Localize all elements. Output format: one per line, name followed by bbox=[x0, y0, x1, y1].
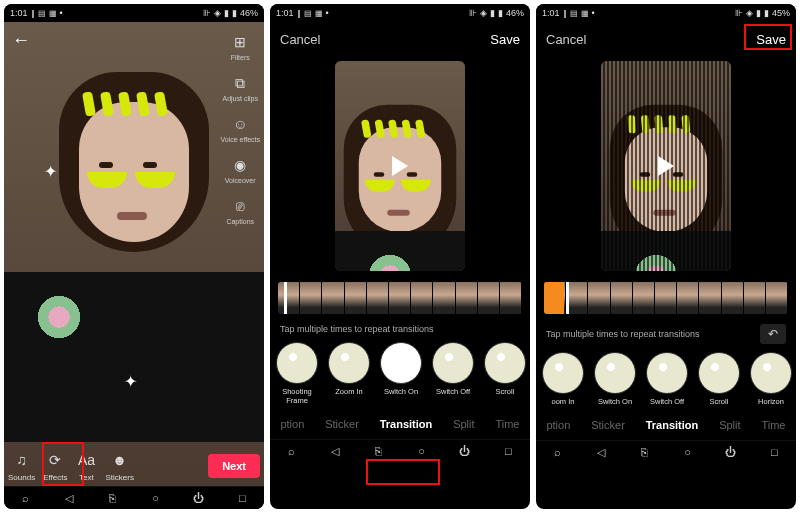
transition-hint: Tap multiple times to repeat transitions bbox=[280, 324, 434, 334]
text-icon: Aa bbox=[75, 449, 97, 471]
cancel-button[interactable]: Cancel bbox=[280, 32, 320, 47]
adjust-clips-icon: ⧉ bbox=[230, 73, 250, 93]
tab-caption[interactable]: ption bbox=[276, 416, 308, 432]
effect-switch-off[interactable]: Switch Off bbox=[644, 352, 690, 406]
vibrate-icon: ⊪ bbox=[469, 8, 477, 18]
system-nav: ⌕ ◁ ⎘ ○ ⏻ □ bbox=[4, 486, 264, 509]
nav-recent[interactable]: ⎘ bbox=[635, 443, 653, 461]
transition-hint: Tap multiple times to repeat transitions bbox=[546, 329, 700, 339]
effects-icon: ⟳ bbox=[44, 449, 66, 471]
voice-effects-button[interactable]: ☺Voice effects bbox=[220, 114, 260, 143]
effects-row[interactable]: Shooting Frame Zoom In Switch On Switch … bbox=[270, 338, 530, 407]
editor-header: Cancel Save bbox=[536, 22, 796, 56]
nav-home[interactable]: ○ bbox=[679, 443, 697, 461]
nav-back[interactable]: ◁ bbox=[326, 442, 344, 460]
effects-button[interactable]: ⟳Effects bbox=[43, 449, 67, 482]
tabs-row: ption Sticker Transition Split Time bbox=[536, 410, 796, 440]
cancel-button[interactable]: Cancel bbox=[546, 32, 586, 47]
signal-icon: ▤ bbox=[38, 9, 46, 18]
captions-button[interactable]: ⎚Captions bbox=[220, 196, 260, 225]
nav-overview[interactable]: □ bbox=[233, 489, 251, 507]
effect-switch-off[interactable]: Switch Off bbox=[430, 342, 476, 396]
voiceover-icon: ◉ bbox=[230, 155, 250, 175]
effect-zoom-in[interactable]: oom In bbox=[540, 352, 586, 406]
preview-area[interactable] bbox=[270, 56, 530, 276]
adjust-clips-button[interactable]: ⧉Adjust clips bbox=[220, 73, 260, 102]
hint-row: Tap multiple times to repeat transitions… bbox=[536, 320, 796, 348]
timeline[interactable] bbox=[278, 282, 522, 314]
nav-search[interactable]: ⌕ bbox=[549, 443, 567, 461]
wifi-icon: ◈ bbox=[480, 8, 487, 18]
nav-back[interactable]: ◁ bbox=[60, 489, 78, 507]
timeline-thumbs bbox=[278, 282, 522, 314]
nav-power[interactable]: ⏻ bbox=[190, 489, 208, 507]
right-toolbar: ⊞Filters ⧉Adjust clips ☺Voice effects ◉V… bbox=[220, 32, 260, 225]
save-button[interactable]: Save bbox=[490, 32, 520, 47]
tab-caption[interactable]: ption bbox=[542, 417, 574, 433]
filters-button[interactable]: ⊞Filters bbox=[220, 32, 260, 61]
timeline-cursor[interactable] bbox=[284, 282, 287, 314]
tab-transition[interactable]: Transition bbox=[376, 416, 437, 432]
status-time: 1:01 bbox=[10, 8, 28, 18]
signal-icon: ▤ bbox=[304, 9, 312, 18]
next-button[interactable]: Next bbox=[208, 454, 260, 478]
nav-search[interactable]: ⌕ bbox=[283, 442, 301, 460]
nav-back[interactable]: ◁ bbox=[592, 443, 610, 461]
tab-split[interactable]: Split bbox=[449, 416, 478, 432]
pause-icon: ‖ bbox=[31, 9, 35, 18]
text-button[interactable]: AaText bbox=[75, 449, 97, 482]
tabs-row: ption Sticker Transition Split Time bbox=[270, 409, 530, 439]
nav-home[interactable]: ○ bbox=[413, 442, 431, 460]
effect-scroll[interactable]: Scroll bbox=[696, 352, 742, 406]
wifi-icon: ◈ bbox=[746, 8, 753, 18]
nav-recent[interactable]: ⎘ bbox=[103, 489, 121, 507]
nav-recent[interactable]: ⎘ bbox=[369, 442, 387, 460]
tab-sticker[interactable]: Sticker bbox=[321, 416, 363, 432]
battery-icon: ▮ bbox=[232, 8, 237, 18]
signal-icon: ▤ bbox=[570, 9, 578, 18]
effect-switch-on[interactable]: Switch On bbox=[378, 342, 424, 396]
screen-transition-applied: 1:01 ‖ ▤ ▦ • ⊪ ◈ ▮ ▮ 45% Cancel Save bbox=[536, 4, 796, 509]
tab-transition[interactable]: Transition bbox=[642, 417, 703, 433]
back-button[interactable]: ← bbox=[12, 30, 30, 51]
timeline[interactable] bbox=[544, 282, 788, 314]
voice-effects-icon: ☺ bbox=[230, 114, 250, 134]
status-time: 1:01 bbox=[276, 8, 294, 18]
image-icon: ▦ bbox=[581, 9, 589, 18]
effect-zoom-in[interactable]: Zoom In bbox=[326, 342, 372, 396]
effect-switch-on[interactable]: Switch On bbox=[592, 352, 638, 406]
vibrate-icon: ⊪ bbox=[203, 8, 211, 18]
effects-row[interactable]: oom In Switch On Switch Off Scroll Horiz… bbox=[536, 348, 796, 408]
save-button[interactable]: Save bbox=[756, 32, 786, 47]
timeline-applied-region bbox=[544, 282, 564, 314]
tab-split[interactable]: Split bbox=[715, 417, 744, 433]
effect-horizon[interactable]: Horizon bbox=[748, 352, 794, 406]
nav-power[interactable]: ⏻ bbox=[722, 443, 740, 461]
stickers-button[interactable]: ☻Stickers bbox=[105, 449, 133, 482]
preview-area[interactable] bbox=[536, 56, 796, 276]
voiceover-button[interactable]: ◉Voiceover bbox=[220, 155, 260, 184]
nav-overview[interactable]: □ bbox=[499, 442, 517, 460]
tab-time[interactable]: Time bbox=[491, 416, 523, 432]
screen-transition-editor: 1:01 ‖ ▤ ▦ • ⊪ ◈ ▮ ▮ 46% Cancel Save bbox=[270, 4, 530, 509]
tab-sticker[interactable]: Sticker bbox=[587, 417, 629, 433]
video-preview-full[interactable]: ✦ ✦ ← ⊞Filters ⧉Adjust clips ☺Voice effe… bbox=[4, 22, 264, 486]
sounds-button[interactable]: ♫Sounds bbox=[8, 449, 35, 482]
editor-header: Cancel Save bbox=[270, 22, 530, 56]
effect-shooting-frame[interactable]: Shooting Frame bbox=[274, 342, 320, 405]
timeline-cursor[interactable] bbox=[566, 282, 569, 314]
image-icon: ▦ bbox=[49, 9, 57, 18]
nav-home[interactable]: ○ bbox=[147, 489, 165, 507]
tab-time[interactable]: Time bbox=[757, 417, 789, 433]
nav-power[interactable]: ⏻ bbox=[456, 442, 474, 460]
status-time: 1:01 bbox=[542, 8, 560, 18]
battery-icon: ▮ bbox=[498, 8, 503, 18]
nav-overview[interactable]: □ bbox=[765, 443, 783, 461]
play-icon[interactable] bbox=[392, 156, 408, 176]
play-icon[interactable] bbox=[658, 156, 674, 176]
effect-scroll[interactable]: Scroll bbox=[482, 342, 528, 396]
nav-search[interactable]: ⌕ bbox=[17, 489, 35, 507]
battery-percent: 46% bbox=[240, 8, 258, 18]
image-icon: ▦ bbox=[315, 9, 323, 18]
undo-button[interactable]: ↶ bbox=[760, 324, 786, 344]
